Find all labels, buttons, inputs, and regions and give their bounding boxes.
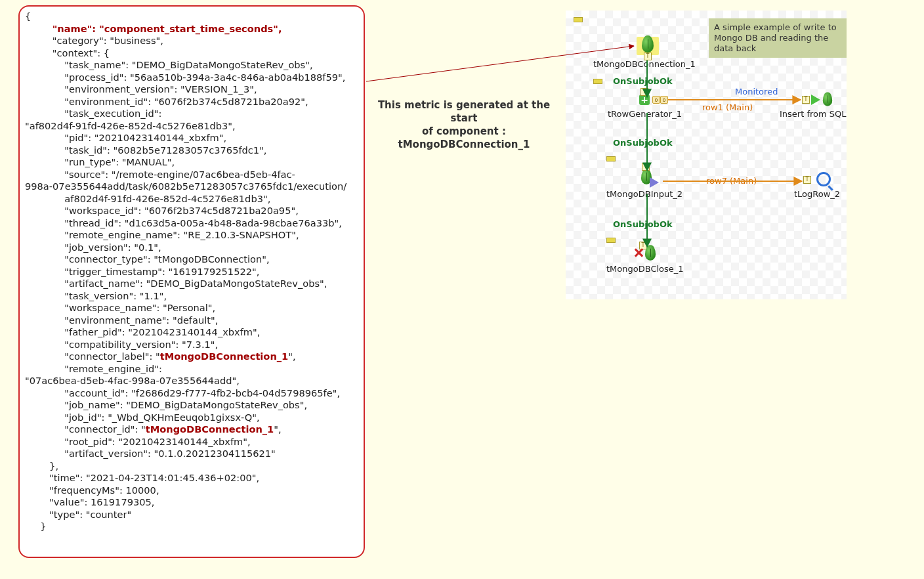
component-label[interactable]: tLogRow_2: [794, 189, 840, 199]
caption-line: This metric is generated at the start: [378, 99, 550, 124]
component-label[interactable]: tRowGenerator_1: [608, 109, 682, 119]
port-out-icon: o: [652, 96, 660, 104]
caption-line: tMongoDBConnection_1: [398, 139, 530, 150]
subjob-collapse-tab[interactable]: [606, 156, 616, 161]
t-badge-icon: T: [642, 163, 650, 171]
t-badge-icon: T: [640, 88, 648, 96]
component-label[interactable]: Insert from SQL: [780, 109, 847, 119]
port-out-icon: o: [660, 96, 668, 104]
diagram-caption: This metric is generated at the start of…: [369, 98, 559, 151]
flow-link-label: row7 (Main): [706, 176, 757, 186]
flow-link-label: row1 (Main): [702, 102, 753, 112]
logrow-magnifier-icon: [816, 172, 831, 186]
caption-line: of component :: [422, 125, 506, 137]
component-label[interactable]: tMongoDBClose_1: [606, 264, 684, 274]
component-label[interactable]: tMongoDBInput_2: [606, 189, 682, 199]
t-badge-icon: T: [802, 96, 810, 104]
subjob-collapse-tab[interactable]: [574, 17, 583, 22]
row-generator-icon: +: [639, 95, 650, 105]
subjob-collapse-tab[interactable]: [593, 79, 602, 84]
metric-json-panel: { "name": "component_start_time_seconds"…: [18, 5, 365, 558]
close-x-icon: [634, 248, 643, 257]
mongodb-leaf-icon: [823, 93, 832, 106]
mongodb-leaf-icon: [645, 245, 656, 260]
component-label[interactable]: tMongoDBConnection_1: [593, 59, 696, 69]
monitored-label: Monitored: [735, 87, 778, 96]
job-designer-canvas[interactable]: A simple example of write to Mongo DB an…: [566, 11, 847, 299]
t-badge-icon: T: [803, 176, 811, 184]
subjob-link-label: OnSubjobOk: [613, 76, 673, 86]
main-flow-arrow-icon: [650, 177, 659, 188]
canvas-note-text: A simple example of write to Mongo DB an…: [714, 22, 837, 53]
subjob-link-label: OnSubjobOk: [613, 219, 673, 229]
diagram-stage: { "name": "component_start_time_seconds"…: [0, 0, 924, 579]
canvas-note[interactable]: A simple example of write to Mongo DB an…: [709, 18, 847, 58]
subjob-collapse-tab[interactable]: [606, 238, 616, 243]
subjob-link-label: OnSubjobOk: [613, 138, 673, 148]
db-output-arrow-icon: [811, 95, 820, 105]
mongodb-leaf-icon: [642, 35, 654, 53]
